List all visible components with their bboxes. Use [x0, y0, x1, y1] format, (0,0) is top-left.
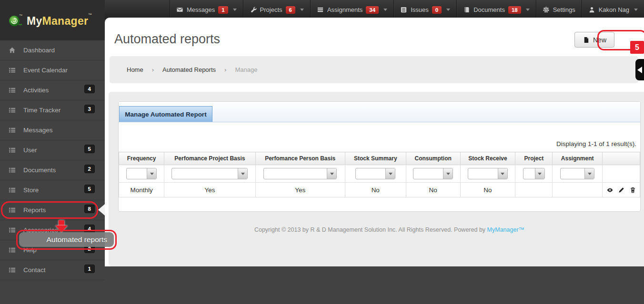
brand-logo[interactable]: ™ MyManager™: [0, 0, 105, 40]
tooltip-pointer: [98, 204, 105, 216]
table-cell: Yes: [164, 183, 255, 197]
filter-select-frequency[interactable]: [126, 168, 157, 179]
filter-select-stock-receive[interactable]: [468, 168, 508, 179]
edit-pencil-icon[interactable]: [618, 186, 625, 194]
tab-manage-automated-report[interactable]: Manage Automated Report: [119, 106, 212, 122]
sidebar-item-label: Help: [23, 246, 37, 254]
chevron-down-icon: [330, 173, 334, 175]
sidebar-item-label: Dashboard: [23, 47, 55, 54]
dropdown-button[interactable]: [327, 168, 336, 179]
count-badge: 18: [508, 6, 521, 14]
sidebar-item-contact[interactable]: Contact1: [0, 260, 105, 280]
sidebar-item-documents[interactable]: Documents2: [0, 160, 105, 180]
sidebar-nav: DashboardEvent CalendarActivities4Time T…: [0, 40, 105, 304]
breadcrumb-separator: ›: [152, 66, 154, 73]
dropdown-button[interactable]: [238, 168, 247, 179]
list-icon: [9, 206, 16, 214]
topbar-item-label: Documents: [473, 6, 505, 13]
topbar-item-kakon-nag[interactable]: Kakon Nag: [582, 0, 644, 20]
sidebar-item-activities[interactable]: Activities4: [0, 80, 105, 100]
breadcrumb-home[interactable]: Home: [127, 66, 143, 73]
filter-select-project[interactable]: [523, 168, 545, 179]
list-bars-icon: [317, 6, 324, 13]
main-content: Automated reports New Home›Automated Rep…: [105, 18, 644, 266]
filter-select-consumption[interactable]: [413, 168, 453, 179]
copyright-footer: Copyright © 2013 by R & D Management Sol…: [128, 226, 644, 233]
dropdown-button[interactable]: [535, 168, 544, 179]
sidebar-item-event-calendar[interactable]: Event Calendar: [0, 60, 105, 80]
list-icon: [9, 246, 16, 254]
sidebar-item-user[interactable]: User5: [0, 140, 105, 160]
chevron-down-icon: [150, 173, 154, 175]
dropdown-button[interactable]: [584, 168, 594, 179]
filter-select-assignment[interactable]: [560, 168, 594, 179]
breadcrumb-automated-reports[interactable]: Automated Reports: [162, 66, 216, 73]
new-document-icon: [583, 36, 590, 44]
filter-select-perfomance-project-basis[interactable]: [171, 168, 248, 179]
topbar-item-settings[interactable]: Settings: [536, 0, 582, 20]
topbar-item-label: Settings: [553, 6, 575, 13]
results-summary: Displaying 1-1 of 1 result(s).: [556, 140, 636, 147]
topbar-item-documents[interactable]: Documents18: [456, 0, 536, 20]
sidebar-item-label: Activities: [23, 87, 49, 94]
table-cell: No: [460, 183, 515, 197]
topbar-item-label: Kakon Nag: [599, 6, 629, 13]
count-badge: 0: [432, 6, 442, 14]
topbar-item-assignments[interactable]: Assignments34: [310, 0, 393, 20]
topbar-item-projects[interactable]: Projects6: [243, 0, 310, 20]
list-icon: [9, 67, 16, 74]
delete-trash-icon[interactable]: [629, 186, 636, 194]
sidebar-item-time-tracker[interactable]: Time Tracker3: [0, 100, 105, 120]
chevron-down-icon: [300, 9, 304, 11]
topbar-item-label: Projects: [260, 6, 282, 13]
count-badge: 4: [85, 85, 94, 93]
list-icon: [9, 226, 16, 234]
column-header: Consumption: [406, 152, 460, 165]
count-badge: 2: [85, 165, 94, 173]
filter-select-stock-summary[interactable]: [355, 168, 395, 179]
topbar-item-label: Assignments: [327, 6, 362, 13]
chevron-down-icon: [526, 9, 530, 11]
count-badge: 6: [286, 6, 295, 14]
person-icon: [588, 6, 595, 13]
boxed-list-icon: [400, 6, 407, 13]
snail-logo-icon: ™: [8, 13, 23, 28]
breadcrumb-separator: ›: [224, 66, 226, 73]
count-badge: 1: [85, 265, 94, 273]
column-header: Stock Receive: [460, 152, 515, 165]
column-header: Assignment: [553, 152, 603, 165]
home-icon: [9, 47, 16, 54]
table-cell: No: [406, 183, 460, 197]
count-badge: 4: [85, 225, 94, 233]
chevron-down-icon: [634, 9, 638, 11]
mymanager-link[interactable]: MyManager™: [487, 226, 525, 233]
count-badge: 1: [218, 6, 228, 14]
page-title: Automated reports: [114, 32, 220, 47]
list-icon: [9, 266, 16, 274]
topbar-item-issues[interactable]: Issues0: [393, 0, 456, 20]
filter-select-perfomance-person-basis[interactable]: [263, 168, 337, 179]
count-badge: 3: [85, 105, 94, 113]
topbar-item-label: Messages: [187, 6, 215, 13]
view-eye-icon[interactable]: [606, 186, 614, 194]
side-panel-toggle[interactable]: [635, 59, 644, 80]
dropdown-button[interactable]: [443, 168, 453, 179]
topbar-item-messages[interactable]: Messages1: [170, 0, 243, 20]
sidebar-item-dashboard[interactable]: Dashboard: [0, 40, 105, 60]
brand-name: MyManager™: [27, 13, 92, 28]
gear-icon: [543, 6, 550, 13]
count-badge: 34: [366, 6, 379, 14]
sidebar-item-reports[interactable]: Reports8: [0, 200, 105, 220]
dropdown-button[interactable]: [147, 168, 156, 179]
sidebar-item-label: Event Calendar: [23, 67, 68, 74]
wrench-icon: [250, 6, 257, 13]
chevron-down-icon: [446, 9, 450, 11]
sidebar-item-label: Contact: [23, 266, 46, 274]
sidebar-item-messages[interactable]: Messages: [0, 120, 105, 140]
new-button[interactable]: New: [574, 32, 614, 48]
table-row: MonthlyYesYesNoNoNo: [119, 183, 640, 197]
dropdown-button[interactable]: [385, 168, 395, 179]
sidebar-item-label: Reports: [23, 206, 46, 214]
sidebar-item-store[interactable]: Store5: [0, 180, 105, 200]
dropdown-button[interactable]: [498, 168, 507, 179]
